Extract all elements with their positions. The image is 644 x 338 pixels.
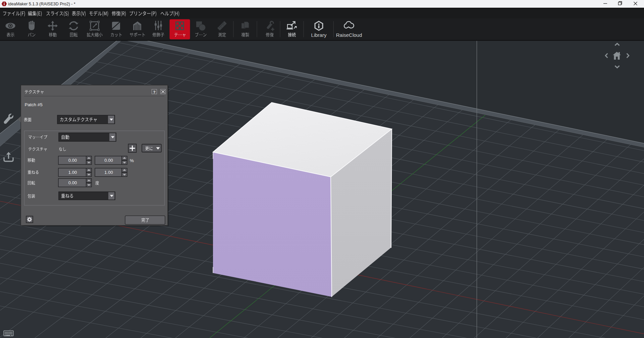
svg-text:RaiseCloud: RaiseCloud — [336, 32, 362, 38]
svg-text:0.00: 0.00 — [104, 158, 113, 163]
svg-text:ideaMaker 5.1.3 (RAISE3D Pro2): ideaMaker 5.1.3 (RAISE3D Pro2) - * — [8, 2, 75, 6]
svg-text:1.00: 1.00 — [104, 170, 113, 175]
svg-text:1.00: 1.00 — [68, 170, 77, 175]
svg-text:0.00: 0.00 — [68, 158, 77, 163]
svg-text:%: % — [130, 158, 134, 163]
svg-text:Patch #5: Patch #5 — [25, 102, 43, 107]
svg-text:Library: Library — [311, 32, 327, 38]
svg-text:0.00: 0.00 — [68, 180, 77, 185]
svg-text:?: ? — [153, 90, 155, 94]
